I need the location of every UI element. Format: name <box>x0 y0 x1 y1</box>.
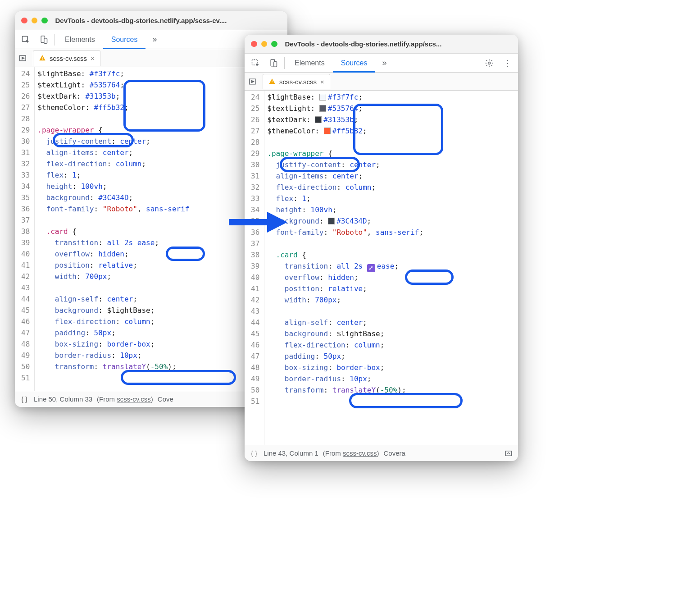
color-swatch-icon[interactable] <box>319 105 326 112</box>
svg-rect-13 <box>505 451 512 456</box>
svg-point-9 <box>488 62 491 64</box>
color-swatch-icon[interactable] <box>319 94 326 100</box>
statusbar: { } Line 43, Column 1 (From scss-cv.css)… <box>245 445 518 461</box>
kebab-icon[interactable]: ⋮ <box>498 54 516 73</box>
traffic-lights <box>21 18 48 24</box>
minimize-icon[interactable] <box>32 18 38 24</box>
inspect-element-icon[interactable] <box>17 30 35 49</box>
close-icon[interactable] <box>21 18 27 24</box>
cursor-position: Line 43, Column 1 <box>264 449 318 457</box>
device-toggle-icon[interactable] <box>264 54 282 73</box>
tab-sources[interactable]: Sources <box>103 30 146 49</box>
line-gutter: 2425262728293031323334353637383940414243… <box>245 91 264 445</box>
file-tab-label: scss-cv.scss <box>279 78 317 86</box>
devtools-window-after: DevTools - devtools-dbg-stories.netlify.… <box>245 35 518 461</box>
window-title: DevTools - devtools-dbg-stories.netlify.… <box>55 17 227 24</box>
toolbar: Elements Sources » ⋮ <box>245 54 518 73</box>
svg-rect-2 <box>44 38 47 43</box>
source-link[interactable]: scss-cv.css <box>117 395 151 403</box>
svg-rect-12 <box>272 83 272 83</box>
device-toggle-icon[interactable] <box>35 30 53 49</box>
maximize-icon[interactable] <box>41 18 48 24</box>
format-icon[interactable]: { } <box>249 449 259 457</box>
debugger-icon[interactable] <box>17 51 30 65</box>
warning-icon <box>268 78 276 85</box>
code-content[interactable]: $lightBase: #f3f7fc;$textLight: #535764;… <box>35 67 189 391</box>
titlebar: DevTools - devtools-dbg-stories.netlify.… <box>245 35 518 54</box>
color-swatch-icon[interactable] <box>315 116 322 123</box>
inspect-element-icon[interactable] <box>246 54 264 73</box>
bezier-swatch-icon[interactable]: ⤢ <box>367 264 375 272</box>
code-content[interactable]: $lightBase: #f3f7fc;$textLight: #535764;… <box>264 91 423 445</box>
minimize-icon[interactable] <box>261 41 268 47</box>
file-tabs-row: scss-cv.scss × <box>245 73 518 91</box>
file-tab[interactable]: scss-cv.scss × <box>263 74 330 89</box>
more-tabs-icon[interactable]: » <box>145 30 164 49</box>
arrow-icon <box>227 206 290 238</box>
settings-icon[interactable] <box>480 54 498 73</box>
file-tab-label: scss-cv.scss <box>50 55 87 62</box>
color-swatch-icon[interactable] <box>328 218 335 224</box>
source-from: (From scss-cv.css) <box>323 449 379 457</box>
more-tabs-icon[interactable]: » <box>375 54 393 73</box>
line-gutter: 2425262728293031323334353637383940414243… <box>15 67 35 391</box>
status-rest: Cove <box>158 395 173 403</box>
svg-rect-11 <box>272 80 272 82</box>
close-tab-icon[interactable]: × <box>320 78 324 86</box>
close-tab-icon[interactable]: × <box>91 55 95 62</box>
traffic-lights <box>251 41 277 47</box>
code-editor[interactable]: 2425262728293031323334353637383940414243… <box>245 91 518 445</box>
status-rest: Covera <box>383 449 405 457</box>
svg-rect-8 <box>274 61 277 67</box>
tab-sources[interactable]: Sources <box>333 54 376 73</box>
file-tab[interactable]: scss-cv.scss × <box>33 50 100 66</box>
source-from: (From scss-cv.css) <box>97 395 153 403</box>
source-link[interactable]: scss-cv.css <box>343 449 377 457</box>
maximize-icon[interactable] <box>271 41 277 47</box>
svg-rect-5 <box>42 59 42 60</box>
debugger-icon[interactable] <box>246 75 260 88</box>
tab-elements[interactable]: Elements <box>57 30 103 49</box>
warning-icon <box>39 55 46 62</box>
close-icon[interactable] <box>251 41 257 47</box>
format-icon[interactable]: { } <box>19 395 29 403</box>
cursor-position: Line 50, Column 33 <box>34 395 92 403</box>
titlebar: DevTools - devtools-dbg-stories.netlify.… <box>15 11 287 30</box>
tab-elements[interactable]: Elements <box>286 54 333 73</box>
color-swatch-icon[interactable] <box>324 128 331 134</box>
window-title: DevTools - devtools-dbg-stories.netlify.… <box>285 40 442 48</box>
svg-rect-4 <box>42 57 42 59</box>
expand-icon[interactable] <box>504 449 514 457</box>
